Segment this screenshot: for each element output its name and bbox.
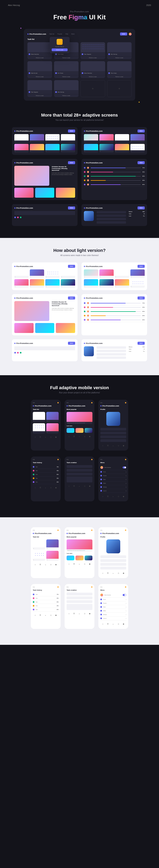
nav-tasklist[interactable]: Task list xyxy=(49,33,54,35)
dark-feature-screen: Pro-Promotion.com$362 Dribbble Russia VK… xyxy=(12,159,78,200)
section-light-sub: All screens were made in two color theme… xyxy=(0,254,159,256)
table-row[interactable]: 60% xyxy=(84,183,145,187)
task-card-empty[interactable]: + xyxy=(80,80,105,97)
task-card[interactable]: Taen NgueenPerform a task xyxy=(80,42,105,59)
list-item[interactable]: Task70% xyxy=(33,593,58,596)
task-card-empty[interactable]: + xyxy=(107,80,132,97)
theme-toggle[interactable] xyxy=(123,594,126,596)
user-icon[interactable]: ◉ xyxy=(55,436,57,438)
plus-icon: + xyxy=(92,87,93,90)
dark-table-screen: Pro-Promotion.com$362 70%45%90%30%60% xyxy=(81,159,147,200)
mobile-popular-dark: 9:41📶 Pro-Promotion.com Most popular Dri… xyxy=(65,400,94,451)
profile-avatar xyxy=(84,211,94,221)
mobile-creation-dark: 9:41📶 Task creation ⌂☰＋◇◉ xyxy=(65,457,94,501)
feature-body: Lorem ipsum dolor sit amet consectetur a… xyxy=(52,173,75,175)
nav-popular[interactable]: Popular xyxy=(57,33,62,35)
table-row[interactable]: 45% xyxy=(84,305,145,309)
popup-submit-button[interactable]: Submit a task xyxy=(52,49,68,51)
nav-faq[interactable]: FAQ xyxy=(66,33,68,35)
trophy-icon xyxy=(57,39,63,45)
list-item[interactable]: Task60% xyxy=(33,480,58,484)
feature-body: Lorem ipsum dolor sit amet consectetur a… xyxy=(52,308,75,311)
dark-screen-grid: Pro-Promotion.com$362 ● ● ● ● ● ● ● ● xyxy=(12,127,78,155)
nav-more[interactable]: More xyxy=(71,33,75,35)
list-item[interactable]: Task70% xyxy=(33,465,58,469)
hero-screenshot: ✦ ✦ Pro-Promotion.com Task list Popular … xyxy=(24,29,135,101)
menu-item[interactable]: Settings› xyxy=(101,613,126,617)
hero-sub: Pro-Promotion.com xyxy=(0,10,159,13)
feature-title: Dribbble Russia VK Community officially … xyxy=(52,166,75,171)
section-mobile-sub: Run your dream project on all of the pla… xyxy=(0,392,159,394)
task-card[interactable]: Alex HerzogPerform a task xyxy=(54,80,79,97)
menu-item[interactable]: Home› xyxy=(101,598,126,601)
wallet-icon[interactable]: ◇ xyxy=(50,436,51,438)
menu-item[interactable]: Tasks› xyxy=(101,478,126,482)
list-item[interactable]: Task30% xyxy=(33,604,58,608)
list-item[interactable]: Task90% xyxy=(33,600,58,604)
table-row[interactable]: 70% xyxy=(84,301,145,305)
light-feature-screen: Pro-Promotion.com$362 Dribbble Russia VK… xyxy=(12,294,78,335)
signal-icon: 📶 xyxy=(57,402,58,403)
task-card[interactable]: Maria SanchezPerform a task xyxy=(80,61,105,78)
light-form-screen: Pro-Promotion.com$362 xyxy=(12,339,78,361)
dark-screen-grid-2: Pro-Promotion.com$362 ● ● ● ● ● ● ● ● xyxy=(81,127,147,155)
popup-text: You Won 7$! Go! xyxy=(52,46,68,47)
menu-item[interactable]: Log out› xyxy=(101,617,126,620)
mobile-menu-dark: 9:41📶 Menu Maria Sanchez Home›Popular›Ta… xyxy=(98,457,128,501)
light-table-screen: Pro-Promotion.com$362 70%45%90%30%60% xyxy=(81,294,147,335)
mobile-tasklist-dark: 9:41📶 Pro-Promotion.com Task list ● ● ● … xyxy=(31,400,61,451)
menu-item[interactable]: Settings› xyxy=(101,485,126,489)
list-item[interactable]: Task60% xyxy=(33,608,58,612)
year: 2020 xyxy=(146,4,151,6)
task-card[interactable]: Taen NgueenPerform a task xyxy=(28,80,52,97)
list-item[interactable]: Task90% xyxy=(33,473,58,476)
menu-item[interactable]: Tasks› xyxy=(101,605,126,609)
section-title: More than total 28+ adaptive screens xyxy=(0,113,159,118)
light-screen-grid-2: Pro-Promotion.com$362 ● ● ● ● ● ● ● ● xyxy=(81,262,147,290)
table-row[interactable]: 90% xyxy=(84,174,145,178)
section-light-title: How about light version? xyxy=(0,248,159,253)
avatar[interactable] xyxy=(129,33,131,35)
plus-icon[interactable]: ＋ xyxy=(45,436,46,438)
list-item[interactable]: Task45% xyxy=(33,469,58,473)
mobile-profile-light: 9:41📶 Pro-Promotion.com Profile ⌂☰＋◇◉ xyxy=(98,527,128,578)
hero-title: Free Figma UI Kit xyxy=(0,13,159,21)
menu-item[interactable]: Wallet› xyxy=(101,482,126,485)
task-card[interactable]: Alex HerzogPerform a task xyxy=(107,42,132,59)
menu-item[interactable]: Wallet› xyxy=(101,609,126,613)
profile-avatar xyxy=(106,412,120,426)
list-icon[interactable]: ☰ xyxy=(40,436,41,438)
table-row[interactable]: 60% xyxy=(84,318,145,322)
author: Alex Herzog xyxy=(8,4,20,6)
light-screen-grid: Pro-Promotion.com$362 ● ● ● ● ● ● ● ● xyxy=(12,262,78,290)
task-card[interactable]: Mark ErmakPerform a task xyxy=(28,61,52,78)
home-icon[interactable]: ⌂ xyxy=(35,436,36,438)
dark-form-screen: Pro-Promotion.com$362 xyxy=(12,204,78,226)
logo[interactable]: Pro-Promotion.com xyxy=(28,33,46,35)
table-row[interactable]: 30% xyxy=(84,314,145,318)
task-card[interactable]: Timm KaanPerform a task xyxy=(107,61,132,78)
list-item[interactable]: Task30% xyxy=(33,476,58,480)
task-card[interactable]: Kim TorresPerform a task xyxy=(54,61,79,78)
menu-item[interactable]: Popular› xyxy=(101,601,126,605)
task-heading: Task list xyxy=(28,38,131,40)
menu-item[interactable]: Home› xyxy=(101,470,126,474)
menu-item[interactable]: Log out› xyxy=(101,489,126,493)
list-item[interactable]: Task45% xyxy=(33,596,58,600)
table-row[interactable]: 45% xyxy=(84,170,145,174)
task-card[interactable]: Maria SanchezPerform a task xyxy=(28,42,52,59)
section-sub: You can launch your service for all plat… xyxy=(0,119,159,121)
balance-button[interactable]: $362 xyxy=(120,32,127,35)
theme-toggle[interactable] xyxy=(123,466,126,468)
table-row[interactable]: 70% xyxy=(84,166,145,170)
mobile-menu-light: 9:41📶 Menu Maria Sanchez Home›Popular›Ta… xyxy=(98,584,128,629)
table-row[interactable]: 90% xyxy=(84,309,145,314)
menu-item[interactable]: Popular› xyxy=(101,474,126,478)
mobile-history-light: 9:41📶 Task history Task70%Task45%Task90%… xyxy=(31,584,61,629)
dark-profile-screen: Pro-Promotion.com$362 Balance$362 Tasks2… xyxy=(81,204,147,226)
profile-avatar xyxy=(84,346,94,356)
section-mobile-title: Full adaptive mobile version xyxy=(0,385,159,390)
mobile-history-dark: 9:41📶 Task history Task70%Task45%Task90%… xyxy=(31,457,61,501)
table-row[interactable]: 30% xyxy=(84,178,145,183)
mobile-tasklist-light: 9:41📶 Pro-Promotion.com Task list ● ● ● … xyxy=(31,527,61,578)
